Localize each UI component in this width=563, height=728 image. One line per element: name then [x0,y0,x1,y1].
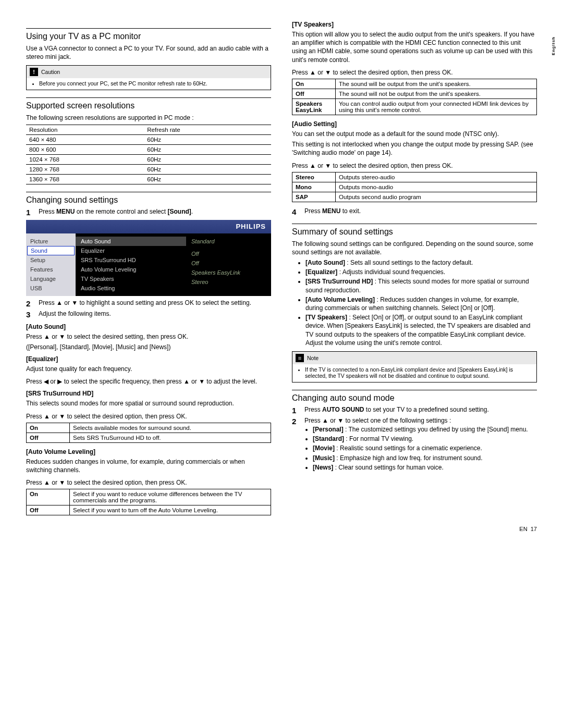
caution-box: ! Caution Before you connect your PC, se… [26,65,271,90]
tv-menu-left: Picture Sound Setup Features Language US… [26,233,76,296]
avl-table: OnSelect if you want to reduce volume di… [26,489,271,515]
heading-summary: Summary of sound settings [292,224,537,237]
modes-list: [Personal] : The customized settings you… [304,425,537,472]
note-box: ≡ Note If the TV is connected to a non-E… [292,351,537,382]
subhead-equalizer: [Equalizer] [26,355,271,363]
audio-table: StereoOutputs stereo-audio MonoOutputs m… [292,172,537,202]
summary-list: [Auto Sound] : Sets all sound settings t… [292,258,537,347]
left-column: Using your TV as a PC monitor Use a VGA … [26,21,271,521]
srs-table: OnSelects available modes for surround s… [26,423,271,443]
page-footer: EN 17 [519,526,537,532]
tv-menu-values: Standard Off Off Speakers EasyLink Stere… [186,233,271,296]
page-content: Using your TV as a PC monitor Use a VGA … [26,21,537,521]
subhead-autosound: [Auto Sound] [26,323,271,330]
heading-sound-settings: Changing sound settings [26,192,271,205]
note-icon: ≡ [296,354,304,362]
step-2: 2Press ▲ or ▼ to highlight a sound setti… [26,299,271,308]
caution-text: Before you connect your PC, set the PC m… [39,80,265,87]
step-1b: 1Press AUTO SOUND to set your TV to a pr… [292,406,537,415]
pc-monitor-intro: Use a VGA connector to connect a PC to y… [26,44,271,61]
subhead-audiosetting: [Audio Setting] [292,120,537,128]
th-refresh: Refresh rate [144,125,271,134]
tvspk-table: OnThe sound will be output from the unit… [292,79,537,115]
language-tab: English [551,36,556,55]
tv-menu-screenshot: PHILIPS Picture Sound Setup Features Lan… [26,220,271,296]
right-column: [TV Speakers] This option will allow you… [292,21,537,521]
th-resolution: Resolution [26,125,144,134]
step-1: 1 Press MENU on the remote control and s… [26,208,271,217]
subhead-avl: [Auto Volume Leveling] [26,448,271,455]
step-4: 4Press MENU to exit. [292,207,537,216]
heading-pc-monitor: Using your TV as a PC monitor [26,28,271,41]
tv-brand: PHILIPS [26,220,271,233]
caution-title: Caution [41,69,60,75]
caution-icon: ! [30,68,38,76]
tv-menu-items: Auto Sound Equalizer SRS TruSurround HD … [76,233,186,296]
resolutions-intro: The following screen resolutions are sup… [26,114,271,122]
step-3: 3Adjust the following items. [26,310,271,319]
heading-resolutions: Supported screen resolutions [26,97,271,110]
subhead-tvspeakers: [TV Speakers] [292,21,537,28]
resolution-table: ResolutionRefresh rate 640 × 48060Hz 800… [26,125,271,184]
note-title: Note [307,355,319,361]
note-text: If the TV is connected to a non-EasyLink… [305,366,531,379]
heading-autosound-mode: Changing auto sound mode [292,390,537,403]
step-2b: 2 Press ▲ or ▼ to select one of the foll… [292,417,537,475]
subhead-srs: [SRS TruSurround HD] [26,390,271,397]
